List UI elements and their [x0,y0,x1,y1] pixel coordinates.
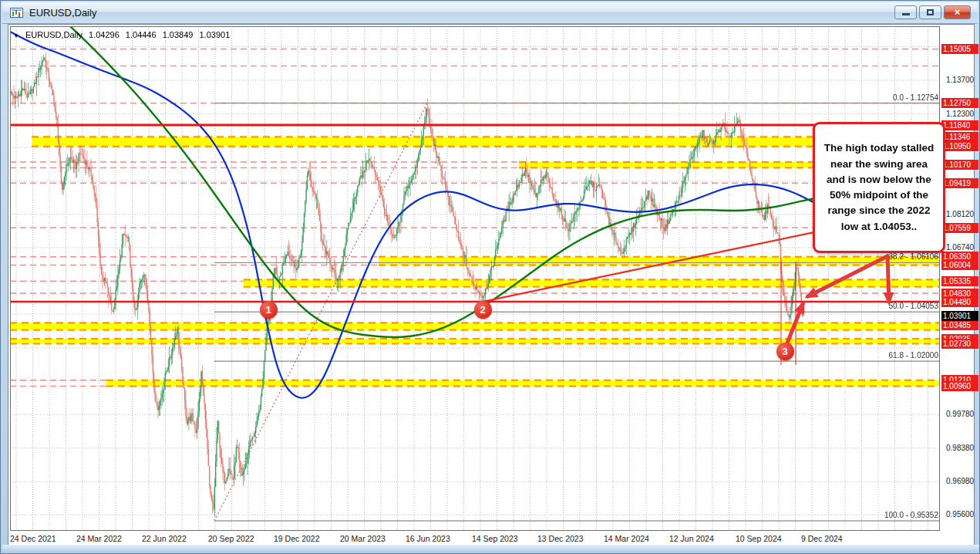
price-level-tag: 1.11346 [941,132,978,142]
price-level-tag: 1.10950 [941,141,978,151]
annotation-text-box[interactable]: The high today stalled near the swing ar… [813,122,945,253]
price-scale-label: 1.08120 [946,210,974,218]
date-label: 24 Dec 2021 [10,534,56,543]
info-close: 1.03901 [200,30,231,39]
window-controls: × [894,5,971,19]
price-level-tag: 1.03485 [941,320,978,330]
date-label: 10 Sep 2024 [736,534,782,543]
price-scale-label: 0.98380 [946,444,974,452]
price-level-tag: 1.10170 [941,160,978,170]
date-label: 16 Jun 2023 [406,534,450,543]
date-label: 20 Mar 2023 [340,534,386,543]
price-scale-label: 0.96980 [946,477,974,485]
restore-button[interactable] [919,5,941,19]
info-symbol: EURUSD,Daily [25,30,83,39]
fibonacci-label: 50.0 - 1.04053 [784,302,938,310]
info-high: 1.04446 [126,30,157,39]
minimize-button[interactable] [894,5,917,19]
price-scale-label: 1.12300 [946,110,974,118]
fibonacci-label: 61.8 - 1.02000 [784,351,938,360]
price-level-tag: 1.00960 [941,381,978,391]
date-label: 14 Sep 2023 [472,534,518,543]
price-scale-label: 0.95600 [946,510,974,519]
price-level-tag: 1.12750 [941,98,978,108]
price-level-tag: 1.11840 [941,120,978,130]
close-button[interactable]: × [944,5,971,19]
price-level-tag: 1.05335 [941,276,978,286]
date-label: 24 Mar 2022 [76,534,122,543]
price-level-tag: 1.15005 [941,44,978,54]
price-level-tag: 1.09419 [941,178,978,188]
price-level-tag: 1.06004 [941,260,978,270]
symbol-info-bar[interactable]: ▼ EURUSD,Daily 1.04296 1.04446 1.03849 1… [13,30,234,39]
date-label: 13 Dec 2023 [537,534,584,543]
info-low: 1.03849 [163,30,194,39]
price-scale-label: 1.13700 [946,76,974,84]
price-scale-label: 1.06740 [946,243,974,252]
title-bar[interactable]: EURUSD,Daily × [2,2,978,24]
info-open: 1.04296 [89,30,120,39]
date-label: 9 Dec 2024 [801,534,843,543]
window-bottom-strip [2,545,979,552]
marker-circle-2[interactable]: 2 [474,301,492,319]
date-label: 14 Mar 2024 [604,534,649,543]
date-label: 22 Jun 2022 [142,534,187,543]
price-level-tag: 1.07559 [941,223,978,233]
fibonacci-label: 38.2 - 1.06106 [784,252,938,261]
price-level-tag: 1.04480 [941,297,978,307]
candlestick-chart-canvas[interactable] [10,26,940,531]
current-price-tag: 1.03901 [941,311,978,321]
chart-window-icon [10,8,23,18]
fibonacci-label: 100.0 - 0.95352 [784,511,938,519]
application-window: EURUSD,Daily × ▼ EURUSD,Daily 1.04296 1.… [0,0,980,554]
restore-icon [927,9,934,15]
price-scale-label: 0.99780 [946,410,974,418]
minimize-icon [902,13,910,15]
price-level-tag: 1.02730 [941,339,978,349]
date-label: 20 Sep 2022 [208,534,254,543]
date-label: 19 Dec 2022 [274,534,320,543]
marker-circle-3[interactable]: 3 [776,343,794,360]
marker-circle-1[interactable]: 1 [260,301,278,319]
dropdown-arrow-icon[interactable]: ▼ [13,32,19,39]
window-title: EURUSD,Daily [29,7,96,19]
fibonacci-label: 0.0 - 1.12754 [784,93,938,102]
date-label: 12 Jun 2024 [669,534,714,543]
